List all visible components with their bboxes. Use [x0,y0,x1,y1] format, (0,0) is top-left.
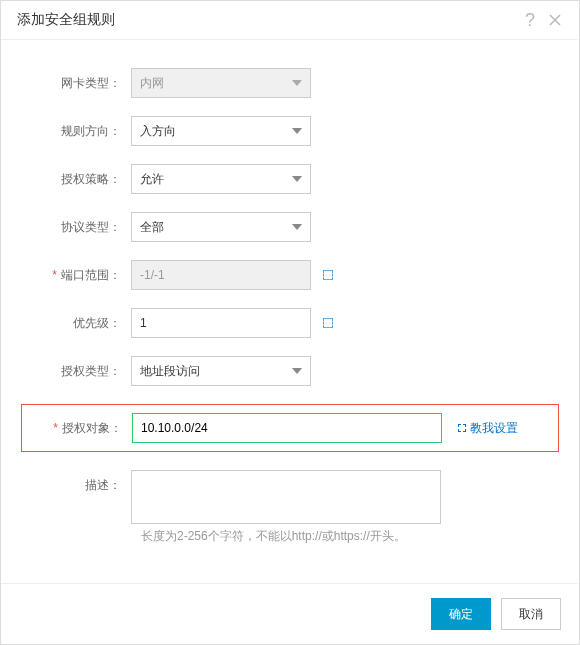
row-protocol: 协议类型： 全部 [21,212,559,242]
cancel-button[interactable]: 取消 [501,598,561,630]
label-auth-type: 授权类型： [21,356,131,386]
chevron-down-icon [292,368,302,374]
select-direction-value: 入方向 [140,123,176,140]
info-icon[interactable] [323,318,333,328]
dialog-header: 添加安全组规则 ? [1,1,579,40]
select-auth-type-value: 地址段访问 [140,363,200,380]
row-policy: 授权策略： 允许 [21,164,559,194]
select-direction[interactable]: 入方向 [131,116,311,146]
row-auth-object: *授权对象： 教我设置 [21,404,559,452]
chevron-down-icon [292,176,302,182]
label-nic-type: 网卡类型： [21,68,131,98]
teach-me-text: 教我设置 [470,420,518,437]
label-protocol: 协议类型： [21,212,131,242]
textarea-description[interactable] [131,470,441,524]
label-port-range-text: 端口范围： [61,268,121,282]
input-auth-object[interactable] [132,413,442,443]
link-icon [458,424,466,432]
label-direction: 规则方向： [21,116,131,146]
select-nic-type-value: 内网 [140,75,164,92]
select-policy-value: 允许 [140,171,164,188]
row-nic-type: 网卡类型： 内网 [21,68,559,98]
label-port-range: *端口范围： [21,260,131,290]
row-auth-type: 授权类型： 地址段访问 [21,356,559,386]
chevron-down-icon [292,80,302,86]
row-direction: 规则方向： 入方向 [21,116,559,146]
row-port-range: *端口范围： [21,260,559,290]
chevron-down-icon [292,128,302,134]
dialog-footer: 确定 取消 [1,583,579,644]
dialog-body: 网卡类型： 内网 规则方向： 入方向 授权策略： 允许 [1,40,579,583]
select-protocol[interactable]: 全部 [131,212,311,242]
dialog-header-controls: ? [525,11,563,29]
ok-button[interactable]: 确定 [431,598,491,630]
dialog-title: 添加安全组规则 [17,11,115,29]
row-priority: 优先级： [21,308,559,338]
label-auth-object-text: 授权对象： [62,421,122,435]
help-icon[interactable]: ? [525,11,535,29]
input-priority[interactable] [131,308,311,338]
select-auth-type[interactable]: 地址段访问 [131,356,311,386]
select-policy[interactable]: 允许 [131,164,311,194]
label-description: 描述： [21,470,131,500]
close-icon[interactable] [547,12,563,28]
dialog: 添加安全组规则 ? 网卡类型： 内网 规则方向： 入方向 [0,0,580,645]
chevron-down-icon [292,224,302,230]
description-hint: 长度为2-256个字符，不能以http://或https://开头。 [141,528,559,545]
teach-me-link[interactable]: 教我设置 [458,420,518,437]
label-priority: 优先级： [21,308,131,338]
label-policy: 授权策略： [21,164,131,194]
select-nic-type: 内网 [131,68,311,98]
input-port-range [131,260,311,290]
info-icon[interactable] [323,270,333,280]
label-auth-object: *授权对象： [22,413,132,443]
row-description: 描述： [21,470,559,524]
select-protocol-value: 全部 [140,219,164,236]
